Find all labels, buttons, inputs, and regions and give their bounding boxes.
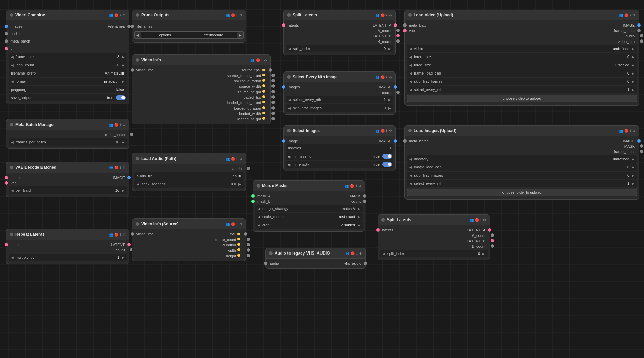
info-icon[interactable]: ℹ	[630, 129, 631, 133]
people-icon[interactable]: 👥	[619, 129, 623, 133]
skip-first-images-sen-right-arrow[interactable]: ▶	[387, 106, 392, 110]
settings-icon[interactable]: ⚙	[239, 157, 242, 161]
per-batch-left-arrow[interactable]: ◀	[10, 189, 15, 192]
crop-right-arrow[interactable]: ▶	[357, 223, 361, 227]
badge-icon[interactable]: 🔴	[231, 13, 235, 17]
skip-first-frames-lv-left-arrow[interactable]: ◀	[408, 80, 413, 83]
badge-icon[interactable]: 🔴	[114, 123, 118, 127]
info-icon[interactable]: ℹ	[386, 75, 387, 79]
people-icon[interactable]: 👥	[109, 166, 113, 169]
people-icon[interactable]: 👥	[226, 13, 230, 17]
frame-rate-left-arrow[interactable]: ◀	[10, 55, 15, 59]
frame-load-cap-left-arrow[interactable]: ◀	[408, 71, 413, 75]
choose-video-upload-button[interactable]: choose video to upload	[407, 95, 637, 102]
badge-icon[interactable]: 🔴	[114, 13, 118, 17]
crop-left-arrow[interactable]: ◀	[257, 223, 261, 227]
err-if-missing-toggle[interactable]	[382, 154, 392, 159]
frame-load-cap-right-arrow[interactable]: ▶	[631, 71, 635, 75]
settings-icon[interactable]: ⚙	[122, 166, 126, 169]
people-icon[interactable]: 👥	[619, 13, 623, 17]
settings-icon[interactable]: ⚙	[359, 251, 362, 255]
settings-icon[interactable]: ⚙	[264, 58, 267, 62]
force-rate-left-arrow[interactable]: ◀	[408, 55, 413, 59]
info-icon[interactable]: ℹ	[261, 58, 263, 62]
loop-count-left-arrow[interactable]: ◀	[10, 63, 15, 67]
badge-icon[interactable]: 🔴	[351, 251, 355, 255]
settings-icon[interactable]: ⚙	[632, 13, 635, 17]
settings-icon[interactable]: ⚙	[122, 123, 126, 127]
select-every-nth-lv-right-arrow[interactable]: ▶	[631, 88, 635, 92]
badge-icon[interactable]: 🔴	[381, 75, 385, 79]
split-index-left-arrow[interactable]: ◀	[287, 47, 292, 51]
seek-seconds-left-arrow[interactable]: ◀	[136, 182, 141, 186]
select-every-nth-liu-left-arrow[interactable]: ◀	[408, 182, 413, 185]
force-size-left-arrow[interactable]: ◀	[408, 63, 413, 67]
multiply-by-right-arrow[interactable]: ▶	[121, 256, 126, 259]
info-icon[interactable]: ℹ	[356, 184, 357, 188]
skip-first-images-liu-left-arrow[interactable]: ◀	[408, 174, 413, 177]
info-icon[interactable]: ℹ	[120, 233, 121, 237]
people-icon[interactable]: 👥	[109, 13, 113, 17]
info-icon[interactable]: ℹ	[630, 13, 631, 17]
frame-rate-right-arrow[interactable]: ▶	[121, 55, 126, 59]
save-output-toggle[interactable]	[116, 95, 126, 100]
seek-seconds-right-arrow[interactable]: ▶	[237, 182, 242, 186]
info-icon[interactable]: ℹ	[386, 13, 387, 17]
settings-icon[interactable]: ⚙	[122, 233, 126, 237]
select-every-nth-lv-left-arrow[interactable]: ◀	[408, 88, 413, 92]
settings-icon[interactable]: ⚙	[389, 129, 392, 133]
settings-icon[interactable]: ⚙	[389, 75, 392, 79]
info-icon[interactable]: ℹ	[120, 123, 121, 127]
info-icon[interactable]: ℹ	[236, 157, 238, 161]
skip-first-frames-lv-right-arrow[interactable]: ▶	[631, 80, 635, 83]
frames-per-batch-left-arrow[interactable]: ◀	[10, 140, 15, 144]
badge-icon[interactable]: 🔴	[381, 129, 385, 133]
video-lv-right-arrow[interactable]: ▶	[631, 47, 635, 51]
merge-strategy-right-arrow[interactable]: ▶	[357, 207, 361, 211]
people-icon[interactable]: 👥	[375, 13, 379, 17]
split-index-slb-left-arrow[interactable]: ◀	[381, 252, 386, 256]
info-icon[interactable]: ℹ	[386, 129, 387, 133]
badge-icon[interactable]: 🔴	[381, 13, 385, 17]
badge-icon[interactable]: 🔴	[624, 13, 628, 17]
image-load-cap-left-arrow[interactable]: ◀	[408, 165, 413, 169]
people-icon[interactable]: 👥	[345, 184, 349, 188]
info-icon[interactable]: ℹ	[120, 13, 121, 17]
format-right-arrow[interactable]: ▶	[121, 80, 126, 83]
video-lv-left-arrow[interactable]: ◀	[408, 47, 413, 51]
people-icon[interactable]: 👥	[250, 58, 254, 62]
loop-count-right-arrow[interactable]: ▶	[121, 63, 126, 67]
info-icon[interactable]: ℹ	[236, 222, 238, 226]
settings-icon[interactable]: ⚙	[358, 184, 361, 188]
select-every-nth-sen-left-arrow[interactable]: ◀	[287, 98, 292, 102]
people-icon[interactable]: 👥	[375, 129, 379, 133]
badge-icon[interactable]: 🔴	[624, 129, 628, 133]
err-if-empty-toggle[interactable]	[382, 162, 392, 167]
scale-method-left-arrow[interactable]: ◀	[257, 215, 261, 219]
options-left-arrow[interactable]: ◀	[134, 31, 141, 39]
split-index-slb-right-arrow[interactable]: ▶	[481, 252, 486, 256]
badge-icon[interactable]: 🔴	[231, 157, 235, 161]
people-icon[interactable]: 👥	[109, 123, 113, 127]
settings-icon[interactable]: ⚙	[632, 129, 635, 133]
badge-icon[interactable]: 🔴	[231, 222, 235, 226]
force-rate-right-arrow[interactable]: ▶	[631, 55, 635, 59]
directory-liu-left-arrow[interactable]: ◀	[408, 157, 413, 161]
info-icon[interactable]: ℹ	[236, 13, 238, 17]
settings-icon[interactable]: ⚙	[239, 13, 242, 17]
badge-icon[interactable]: 🔴	[350, 184, 354, 188]
skip-first-images-liu-right-arrow[interactable]: ▶	[631, 174, 635, 177]
select-every-nth-liu-right-arrow[interactable]: ▶	[631, 182, 635, 185]
people-icon[interactable]: 👥	[469, 218, 474, 222]
choose-folder-upload-button[interactable]: choose folder to upload	[407, 189, 637, 196]
directory-liu-right-arrow[interactable]: ▶	[631, 157, 635, 161]
badge-icon[interactable]: 🔴	[256, 58, 260, 62]
options-right-arrow[interactable]: ▶	[237, 31, 244, 39]
multiply-by-left-arrow[interactable]: ◀	[10, 256, 15, 259]
badge-icon[interactable]: 🔴	[114, 166, 118, 169]
people-icon[interactable]: 👥	[226, 222, 230, 226]
force-size-right-arrow[interactable]: ▶	[631, 63, 635, 67]
per-batch-right-arrow[interactable]: ▶	[121, 189, 126, 192]
image-load-cap-right-arrow[interactable]: ▶	[631, 165, 635, 169]
badge-icon[interactable]: 🔴	[475, 218, 479, 222]
